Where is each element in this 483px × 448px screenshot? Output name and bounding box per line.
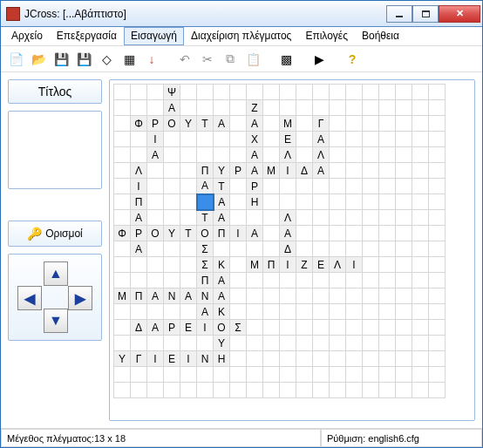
grid-cell[interactable] [164,367,180,383]
menu-Αρχείο[interactable]: Αρχείο [4,27,50,45]
grid-cell[interactable] [197,147,214,163]
grid-cell[interactable] [263,351,280,367]
grid-cell[interactable] [280,179,296,194]
grid-cell[interactable] [330,194,346,210]
grid-cell[interactable] [131,367,147,383]
grid-cell[interactable]: Α [131,210,147,226]
grid-cell[interactable] [263,132,280,147]
grid-cell[interactable] [230,288,247,304]
grid-cell[interactable] [296,194,313,210]
grid-cell[interactable] [412,147,429,163]
grid-cell[interactable] [147,257,164,273]
grid-cell[interactable] [180,100,197,116]
grid-cell[interactable] [396,304,412,320]
grid-cell[interactable]: Φ [131,116,147,132]
grid-cell[interactable] [263,367,280,383]
grid-cell[interactable]: Π [131,194,147,210]
help-icon[interactable]: ? [343,50,362,69]
grid-cell[interactable] [330,85,346,100]
grid-cell[interactable]: Τ [197,116,214,132]
grid-cell[interactable] [280,320,296,336]
grid-cell[interactable] [114,241,131,257]
undo-icon[interactable]: ↶ [175,50,194,69]
grid-cell[interactable] [330,320,346,336]
grid-cell[interactable] [363,226,379,241]
grid-cell[interactable] [114,147,131,163]
grid-cell[interactable] [114,336,131,351]
grid-cell[interactable] [379,226,396,241]
grid-cell[interactable] [263,85,280,100]
grid-cell[interactable] [429,367,446,383]
grid-cell[interactable] [429,257,446,273]
grid-cell[interactable] [247,367,263,383]
grid-cell[interactable] [429,100,446,116]
grid-cell[interactable] [363,288,379,304]
grid-cell[interactable] [296,351,313,367]
grid-cell[interactable] [296,132,313,147]
grid-cell[interactable] [412,383,429,398]
grid-cell[interactable] [280,100,296,116]
grid-cell[interactable] [379,147,396,163]
grid-cell[interactable]: Ο [164,116,180,132]
grid-cell[interactable] [247,85,263,100]
menu-Βοήθεια[interactable]: Βοήθεια [355,27,406,45]
grid-cell[interactable]: Σ [197,257,214,273]
grid-cell[interactable] [164,132,180,147]
grid-cell[interactable] [197,100,214,116]
grid-cell[interactable] [164,163,180,179]
grid-cell[interactable] [429,147,446,163]
grid-cell[interactable] [379,241,396,257]
grid-cell[interactable] [247,210,263,226]
grid-cell[interactable] [429,383,446,398]
grid-cell[interactable] [147,304,164,320]
grid-cell[interactable] [379,383,396,398]
grid-cell[interactable] [379,116,396,132]
grid-cell[interactable] [363,383,379,398]
menu-Επεξεργασία[interactable]: Επεξεργασία [50,27,124,45]
grid-cell[interactable] [396,288,412,304]
grid-cell[interactable] [429,241,446,257]
arrow-down-button[interactable]: ▼ [44,309,68,333]
grid-cell[interactable] [330,210,346,226]
grid-cell[interactable] [313,85,330,100]
grid-cell[interactable] [429,288,446,304]
grid-cell[interactable] [412,304,429,320]
grid-cell[interactable]: Δ [131,320,147,336]
grid-cell[interactable] [379,336,396,351]
grid-cell[interactable] [412,163,429,179]
grid-cell[interactable] [214,367,230,383]
grid-cell[interactable] [296,336,313,351]
grid-cell[interactable]: Χ [247,132,263,147]
grid-cell[interactable]: Λ [280,147,296,163]
grid-cell[interactable] [412,320,429,336]
grid-cell[interactable] [346,336,363,351]
grid-cell[interactable] [230,257,247,273]
grid-cell[interactable] [147,85,164,100]
grid-cell[interactable] [147,179,164,194]
grid-cell[interactable] [247,351,263,367]
grid-cell[interactable] [131,85,147,100]
grid-cell[interactable] [330,288,346,304]
grid-cell[interactable]: Α [313,163,330,179]
grid-cell[interactable] [164,210,180,226]
grid-cell[interactable] [330,304,346,320]
grid-cell[interactable]: Α [131,241,147,257]
grid-cell[interactable] [396,179,412,194]
grid-cell[interactable] [346,179,363,194]
grid-cell[interactable] [412,132,429,147]
grid-cell[interactable] [114,304,131,320]
grid-cell[interactable] [330,367,346,383]
grid-cell[interactable] [313,304,330,320]
grid-cell[interactable]: Λ [280,210,296,226]
menu-Διαχείριση πλέγματος[interactable]: Διαχείριση πλέγματος [184,27,298,45]
grid-cell[interactable] [280,304,296,320]
grid-cell[interactable]: Α [197,179,214,194]
grid-cell[interactable] [230,273,247,288]
grid-cell[interactable] [147,383,164,398]
grid-cell[interactable]: Γ [131,351,147,367]
grid-cell[interactable] [363,273,379,288]
grid-cell[interactable]: Α [313,132,330,147]
grid-cell[interactable]: Α [280,226,296,241]
cut-icon[interactable]: ✂ [198,50,217,69]
grid-cell[interactable] [164,336,180,351]
